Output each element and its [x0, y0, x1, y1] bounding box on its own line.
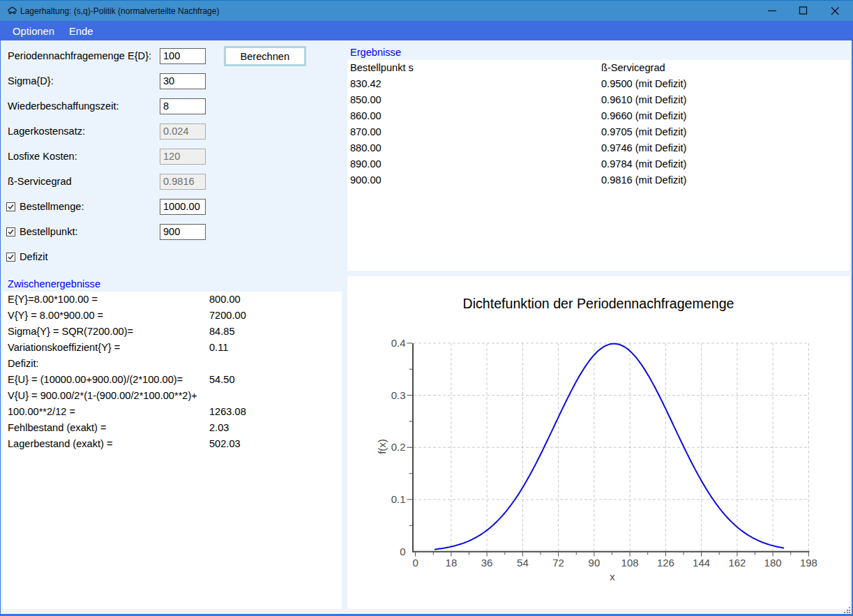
- svg-text:198: 198: [800, 557, 817, 569]
- svg-text:0: 0: [400, 546, 405, 557]
- svg-text:54: 54: [517, 557, 529, 569]
- svg-text:162: 162: [728, 557, 746, 569]
- svg-text:0: 0: [412, 557, 418, 569]
- svg-text:x: x: [610, 571, 615, 583]
- svg-text:72: 72: [552, 557, 564, 569]
- svg-text:144: 144: [693, 557, 710, 569]
- svg-text:f(x): f(x): [376, 439, 388, 454]
- svg-text:180: 180: [764, 557, 782, 569]
- svg-text:36: 36: [481, 557, 493, 569]
- svg-text:90: 90: [589, 557, 601, 569]
- svg-text:0.3: 0.3: [391, 389, 406, 401]
- svg-text:18: 18: [446, 557, 458, 569]
- svg-text:0.2: 0.2: [391, 441, 406, 453]
- svg-text:0.1: 0.1: [391, 493, 406, 505]
- svg-text:0.4: 0.4: [391, 337, 406, 349]
- svg-text:126: 126: [657, 557, 674, 569]
- svg-text:108: 108: [621, 557, 639, 569]
